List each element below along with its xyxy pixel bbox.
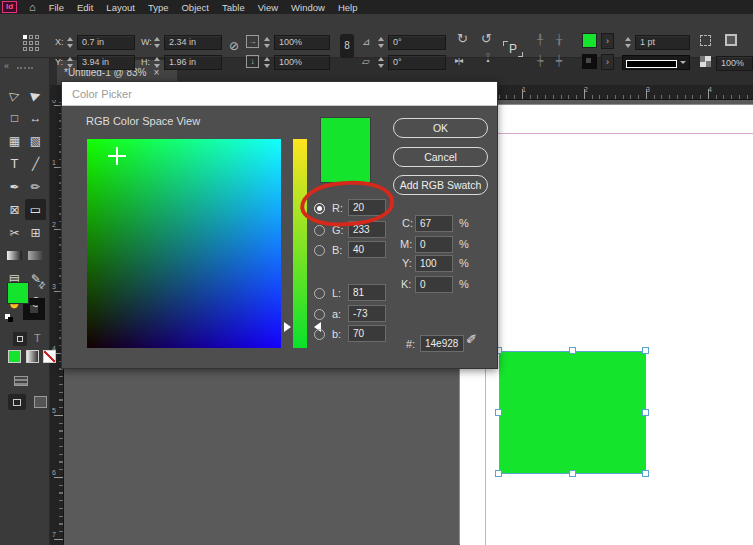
y-cmyk-field[interactable]: 100 bbox=[415, 255, 453, 272]
content-placer-tool[interactable]: ▧ bbox=[25, 130, 46, 151]
k-field[interactable]: 0 bbox=[415, 276, 453, 293]
m-field[interactable]: 0 bbox=[415, 236, 453, 253]
y-field[interactable]: 3.94 in bbox=[77, 55, 135, 70]
flip-vertical-icon[interactable]: ▽ ▲ bbox=[482, 53, 494, 69]
menu-file[interactable]: File bbox=[49, 2, 64, 13]
scale-x-field[interactable]: 100% bbox=[274, 35, 330, 50]
formatting-affects-text-button[interactable]: T bbox=[34, 332, 41, 344]
pencil-tool[interactable]: ✏ bbox=[25, 176, 46, 197]
collapse-panel-icon[interactable]: « bbox=[4, 61, 9, 71]
stroke-style-dropdown[interactable] bbox=[622, 55, 690, 70]
g-field[interactable]: 233 bbox=[348, 221, 386, 238]
panel-grip[interactable] bbox=[17, 67, 33, 69]
pen-tool[interactable]: ✒ bbox=[4, 176, 25, 197]
document-page[interactable] bbox=[460, 105, 753, 545]
r-field[interactable]: 20 bbox=[348, 199, 386, 216]
constrain-scale-link-icon[interactable]: 8 bbox=[340, 34, 354, 58]
menu-type[interactable]: Type bbox=[148, 2, 169, 13]
slider-arrow-left-icon[interactable] bbox=[284, 322, 296, 332]
select-container-icon[interactable]: P bbox=[503, 39, 523, 59]
handle-bottom-mid[interactable] bbox=[569, 470, 576, 477]
swap-fill-stroke-icon[interactable]: ⇄ bbox=[36, 279, 48, 291]
stroke-color-swatch[interactable] bbox=[582, 54, 597, 69]
handle-top-right[interactable] bbox=[642, 347, 649, 354]
x-stepper[interactable] bbox=[66, 35, 75, 50]
radio-b[interactable] bbox=[314, 245, 325, 256]
type-tool[interactable]: T bbox=[4, 153, 25, 174]
l-field[interactable]: 81 bbox=[348, 284, 386, 301]
w-field[interactable]: 2.34 in bbox=[164, 35, 222, 50]
w-stepper[interactable] bbox=[153, 35, 162, 50]
opacity-field[interactable]: 100% bbox=[716, 56, 753, 71]
x-field[interactable]: 0.7 in bbox=[77, 35, 135, 50]
scale-y-field[interactable]: 100% bbox=[274, 55, 330, 70]
gradient-swatch-tool[interactable] bbox=[4, 245, 25, 266]
formatting-affects-container-button[interactable] bbox=[13, 332, 27, 346]
color-field-crosshair-icon[interactable] bbox=[108, 147, 126, 165]
fill-options-button[interactable]: › bbox=[601, 33, 614, 49]
radio-r[interactable] bbox=[314, 203, 325, 214]
menu-table[interactable]: Table bbox=[222, 2, 245, 13]
rectangle-tool[interactable]: ▭ bbox=[25, 199, 46, 220]
shear-field[interactable]: 0° bbox=[388, 55, 446, 70]
normal-view-mode-button[interactable] bbox=[8, 394, 26, 410]
stroke-weight-stepper[interactable] bbox=[624, 35, 633, 50]
radio-g[interactable] bbox=[314, 225, 325, 236]
radio-l[interactable] bbox=[314, 288, 325, 299]
menu-layout[interactable]: Layout bbox=[106, 2, 135, 13]
view-options-icon[interactable] bbox=[14, 376, 28, 386]
color-field[interactable] bbox=[87, 139, 281, 348]
home-icon[interactable]: ⌂ bbox=[29, 1, 36, 13]
rotation-stepper[interactable] bbox=[377, 35, 386, 50]
menu-view[interactable]: View bbox=[258, 2, 278, 13]
h-field[interactable]: 1.96 in bbox=[164, 55, 222, 70]
stroke-weight-field[interactable]: 1 pt bbox=[635, 35, 690, 50]
a-field[interactable]: -73 bbox=[348, 305, 386, 322]
apply-gradient-button[interactable] bbox=[26, 350, 39, 363]
eyedropper-icon[interactable]: ✐ bbox=[466, 332, 477, 347]
reference-point-selector[interactable] bbox=[23, 35, 43, 55]
gradient-feather-tool[interactable] bbox=[25, 245, 46, 266]
add-rgb-swatch-button[interactable]: Add RGB Swatch bbox=[393, 175, 488, 195]
content-collector-tool[interactable]: ▦ bbox=[4, 130, 25, 151]
horizontal-margin-guide[interactable] bbox=[460, 133, 753, 134]
preview-mode-button[interactable] bbox=[34, 396, 47, 408]
b-field[interactable]: 40 bbox=[348, 241, 386, 258]
color-slider[interactable] bbox=[293, 139, 307, 348]
frame-tool[interactable]: ⊠ bbox=[4, 199, 25, 220]
stroke-options-button[interactable]: › bbox=[601, 54, 614, 70]
page-tool[interactable]: □ bbox=[4, 107, 25, 128]
rotate-cw-icon[interactable]: ↻ bbox=[457, 33, 468, 45]
radio-a[interactable] bbox=[314, 309, 325, 320]
menu-object[interactable]: Object bbox=[181, 2, 208, 13]
handle-bottom-right[interactable] bbox=[642, 470, 649, 477]
free-transform-tool[interactable]: ⊞ bbox=[25, 222, 46, 243]
y-stepper[interactable] bbox=[66, 55, 75, 70]
c-field[interactable]: 67 bbox=[415, 215, 453, 232]
shear-stepper[interactable] bbox=[377, 55, 386, 70]
rotate-ccw-icon[interactable]: ↺ bbox=[481, 33, 492, 45]
constrain-dimensions-icon[interactable]: ⊘ bbox=[229, 40, 239, 52]
radio-lab-b[interactable] bbox=[314, 329, 325, 340]
scale-x-stepper[interactable] bbox=[263, 35, 272, 50]
handle-mid-right[interactable] bbox=[642, 409, 649, 416]
flip-horizontal-icon[interactable]: ▸|◂ bbox=[455, 55, 462, 67]
hex-field[interactable]: 14e928 bbox=[420, 335, 464, 352]
cancel-button[interactable]: Cancel bbox=[393, 147, 488, 167]
menu-edit[interactable]: Edit bbox=[77, 2, 93, 13]
dialog-title[interactable]: Color Picker bbox=[62, 82, 497, 106]
handle-top-mid[interactable] bbox=[569, 347, 576, 354]
handle-mid-left[interactable] bbox=[495, 409, 502, 416]
gap-tool[interactable]: ↔ bbox=[25, 107, 46, 128]
h-stepper[interactable] bbox=[153, 55, 162, 70]
line-tool[interactable]: ╱ bbox=[25, 153, 46, 174]
menu-window[interactable]: Window bbox=[291, 2, 325, 13]
apply-color-button[interactable] bbox=[8, 350, 21, 363]
menu-help[interactable]: Help bbox=[338, 2, 358, 13]
corner-shape-icon[interactable] bbox=[725, 34, 737, 46]
corner-options-icon[interactable] bbox=[700, 35, 711, 46]
default-fill-stroke-icon[interactable] bbox=[5, 314, 14, 323]
selected-rectangle[interactable] bbox=[499, 351, 646, 474]
fill-proxy-swatch[interactable] bbox=[7, 282, 29, 304]
lab-b-field[interactable]: 70 bbox=[348, 325, 386, 342]
